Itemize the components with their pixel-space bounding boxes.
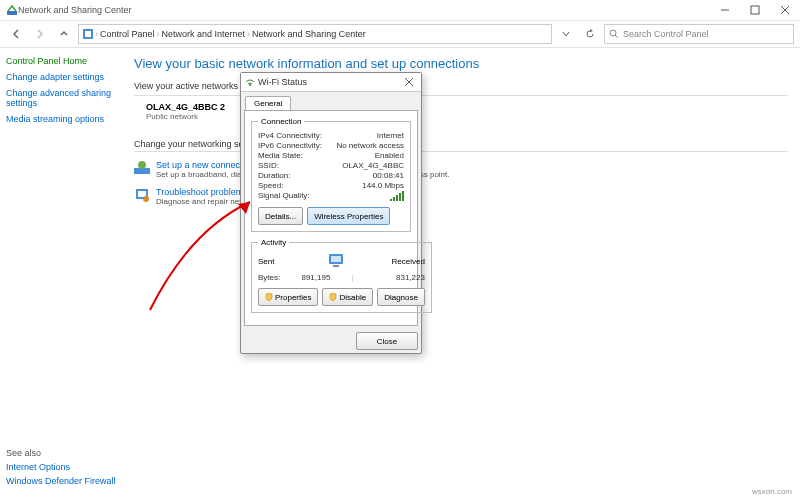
search-input[interactable]: Search Control Panel: [604, 24, 794, 44]
signal-quality-value: [390, 191, 404, 203]
wireless-properties-button[interactable]: Wireless Properties: [307, 207, 390, 225]
dialog-title: Wi-Fi Status: [258, 77, 401, 87]
minimize-button[interactable]: [710, 0, 740, 20]
svg-rect-19: [333, 265, 339, 267]
control-panel-icon: [83, 29, 93, 39]
change-settings-label: Change your networking settings: [134, 139, 788, 149]
see-also-internet-options[interactable]: Internet Options: [6, 462, 116, 472]
svg-rect-0: [7, 11, 17, 15]
svg-point-14: [249, 84, 251, 86]
setup-connection-icon: [134, 160, 150, 176]
svg-point-10: [138, 161, 146, 169]
ipv4-label: IPv4 Connectivity:: [258, 131, 322, 140]
ssid-label: SSID:: [258, 161, 279, 170]
see-also-heading: See also: [6, 448, 116, 458]
dropdown-button[interactable]: [556, 24, 576, 44]
shield-icon: [329, 293, 337, 301]
activity-icon: [321, 253, 345, 269]
details-button[interactable]: Details...: [258, 207, 303, 225]
svg-rect-6: [85, 31, 91, 37]
connection-group: Connection IPv4 Connectivity:Internet IP…: [251, 117, 411, 232]
shield-icon: [265, 293, 273, 301]
properties-button[interactable]: Properties: [258, 288, 318, 306]
connection-legend: Connection: [258, 117, 304, 126]
dialog-tabs: General: [241, 92, 421, 110]
wifi-status-dialog: Wi-Fi Status General Connection IPv4 Con…: [240, 72, 422, 354]
window-title: Network and Sharing Center: [18, 5, 710, 15]
disable-button[interactable]: Disable: [322, 288, 373, 306]
maximize-button[interactable]: [740, 0, 770, 20]
duration-value: 00:08:41: [373, 171, 404, 180]
ipv6-label: IPv6 Connectivity:: [258, 141, 322, 150]
bytes-received-value: 831,223: [354, 273, 425, 282]
forward-button[interactable]: [30, 24, 50, 44]
window-titlebar: Network and Sharing Center: [0, 0, 800, 21]
page-title: View your basic network information and …: [134, 56, 788, 71]
see-also-firewall[interactable]: Windows Defender Firewall: [6, 476, 116, 486]
app-icon: [6, 4, 18, 16]
diagnose-button[interactable]: Diagnose: [377, 288, 425, 306]
sidebar-item-media[interactable]: Media streaming options: [6, 114, 116, 124]
sidebar-heading[interactable]: Control Panel Home: [6, 56, 116, 66]
toolbar: › Control Panel › Network and Internet ›…: [0, 21, 800, 48]
view-networks-label: View your active networks: [134, 81, 788, 91]
watermark: wsxdn.com: [752, 487, 792, 496]
back-button[interactable]: [6, 24, 26, 44]
main-content: View your basic network information and …: [122, 48, 800, 500]
bytes-sent-value: 891,195: [280, 273, 351, 282]
signal-bars-icon: [390, 191, 404, 201]
dialog-close-button[interactable]: Close: [356, 332, 418, 350]
media-state-value: Enabled: [375, 151, 404, 160]
sidebar-item-adapter[interactable]: Change adapter settings: [6, 72, 116, 82]
received-label: Received: [392, 257, 425, 266]
breadcrumb-item[interactable]: Network and Internet: [162, 29, 246, 39]
close-button[interactable]: [770, 0, 800, 20]
sidebar-item-sharing[interactable]: Change advanced sharing settings: [6, 88, 116, 108]
breadcrumb[interactable]: › Control Panel › Network and Internet ›…: [78, 24, 552, 44]
breadcrumb-item[interactable]: Network and Sharing Center: [252, 29, 366, 39]
dialog-titlebar: Wi-Fi Status: [241, 73, 421, 92]
task-setup: Set up a new connection or network Set u…: [134, 160, 788, 179]
tab-general[interactable]: General: [245, 96, 291, 110]
media-state-label: Media State:: [258, 151, 303, 160]
speed-value: 144.0 Mbps: [362, 181, 404, 190]
sidebar: Control Panel Home Change adapter settin…: [0, 48, 122, 500]
ipv6-value: No network access: [336, 141, 404, 150]
svg-point-13: [143, 196, 149, 202]
dialog-close-icon[interactable]: [401, 74, 417, 90]
signal-quality-label: Signal Quality:: [258, 191, 310, 203]
see-also: See also Internet Options Windows Defend…: [6, 448, 116, 490]
activity-legend: Activity: [258, 238, 289, 247]
svg-rect-12: [138, 191, 146, 197]
duration-label: Duration:: [258, 171, 290, 180]
ssid-value: OLAX_4G_4BBC: [342, 161, 404, 170]
bytes-label: Bytes:: [258, 273, 280, 282]
sent-label: Sent: [258, 257, 274, 266]
task-troubleshoot: Troubleshoot problems Diagnose and repai…: [134, 187, 788, 206]
breadcrumb-item[interactable]: Control Panel: [100, 29, 155, 39]
up-button[interactable]: [54, 24, 74, 44]
troubleshoot-icon: [134, 187, 150, 203]
activity-group: Activity Sent Received Bytes: 891,195 | …: [251, 238, 432, 313]
wifi-icon: [245, 77, 255, 87]
svg-rect-18: [331, 256, 341, 262]
search-placeholder: Search Control Panel: [623, 29, 709, 39]
search-icon: [609, 29, 619, 39]
speed-label: Speed:: [258, 181, 283, 190]
refresh-button[interactable]: [580, 24, 600, 44]
svg-rect-2: [751, 6, 759, 14]
svg-line-8: [615, 35, 618, 38]
ipv4-value: Internet: [377, 131, 404, 140]
